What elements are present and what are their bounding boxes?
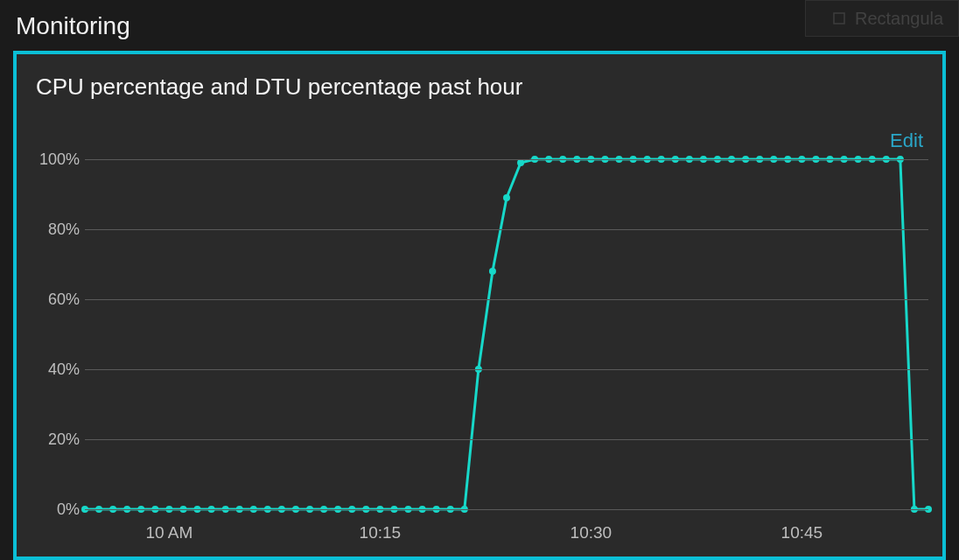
chart-title: CPU percentage and DTU percentage past h…: [36, 74, 522, 101]
gridline: [85, 229, 928, 230]
data-point: [489, 268, 496, 275]
y-tick-label: 80%: [31, 220, 80, 239]
crop-icon: [832, 11, 846, 25]
plot-area: [85, 159, 928, 509]
gridline: [85, 509, 928, 510]
x-tick-label: 10:45: [781, 523, 823, 542]
chart-plot: 0%20%40%60%80%100%10 AM10:1510:3010:45: [31, 159, 928, 553]
x-tick-label: 10:30: [570, 523, 612, 542]
y-tick-label: 40%: [31, 360, 80, 379]
rectangular-snip-button[interactable]: Rectangula: [805, 0, 959, 37]
x-tick-label: 10 AM: [145, 523, 192, 542]
rectangular-snip-label: Rectangula: [855, 9, 943, 29]
x-tick-label: 10:15: [360, 523, 402, 542]
y-tick-label: 60%: [31, 290, 80, 309]
gridline: [85, 159, 928, 160]
gridline: [85, 299, 928, 300]
gridline: [85, 439, 928, 440]
edit-link[interactable]: Edit: [890, 130, 923, 152]
data-point: [517, 159, 524, 166]
chart-tile[interactable]: CPU percentage and DTU percentage past h…: [13, 51, 946, 560]
y-tick-label: 100%: [31, 150, 80, 169]
y-tick-label: 20%: [31, 430, 80, 449]
svg-rect-0: [834, 13, 844, 24]
y-tick-label: 0%: [31, 500, 80, 519]
series-line: [85, 159, 928, 509]
data-point: [503, 194, 510, 201]
section-title: Monitoring: [16, 12, 130, 40]
chart-series: [85, 159, 928, 509]
gridline: [85, 369, 928, 370]
